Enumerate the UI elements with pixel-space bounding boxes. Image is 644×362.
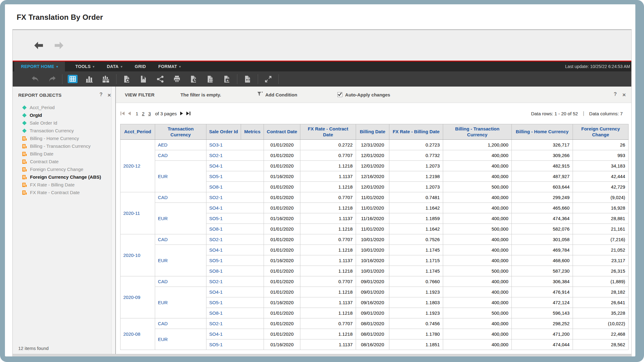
column-header-fx-rate-billing-date[interactable]: FX Rate - Billing Date [389,124,443,140]
cell-transaction-currency[interactable]: CAD [155,234,206,245]
column-header-contract-date[interactable]: Contract Date [264,124,300,140]
undo-icon[interactable] [27,74,44,85]
cell-foreign-currency-change: (9,024) [573,192,629,203]
cell-transaction-currency[interactable]: CAD [155,276,206,287]
report-object-billing-date[interactable]: Billing Date [22,150,115,158]
help-icon[interactable]: ? [100,92,103,98]
export-pdf-icon[interactable]: A [218,74,235,85]
report-details-icon[interactable]: ? [239,74,256,85]
cell-sale-order-id[interactable]: SO2-1 [206,234,264,245]
first-page-icon[interactable] [120,111,125,116]
cell-acct-period[interactable]: 2020-09 [121,276,155,318]
report-object-fx-rate-billing-date[interactable]: FX Rate - Billing Date [22,181,115,189]
cell-sale-order-id[interactable]: SO4-1 [206,287,264,297]
close-icon[interactable]: × [108,92,111,98]
column-header-metrics[interactable]: Metrics [241,124,264,140]
report-object-label: Billing Date [30,151,53,156]
report-object-sale-order-id[interactable]: Sale Order Id [22,119,115,127]
cell-transaction-currency[interactable]: EUR [155,245,206,276]
next-page-icon[interactable] [180,111,183,116]
cell-acct-period[interactable]: 2020-08 [121,318,155,350]
report-object-transaction-currency[interactable]: Transaction Currency [22,127,115,134]
report-object-fx-rate-contract-date[interactable]: FX Rate - Contract Date [22,189,115,196]
add-condition-button[interactable]: Add Condition [257,92,297,98]
cell-sale-order-id[interactable]: SO8-1 [206,182,264,192]
close-icon[interactable]: × [622,92,626,98]
report-object-foreign-currency-change-abs[interactable]: Foreign Currency Change (ABS) [22,173,115,181]
back-arrow-icon[interactable] [34,41,45,49]
menu-format[interactable]: FORMAT▾ [153,62,186,71]
new-report-icon[interactable] [118,74,135,85]
cell-transaction-currency[interactable]: CAD [155,192,206,203]
panel-scrollbar[interactable] [111,87,115,354]
report-object-billing-transaction-currency[interactable]: Billing - Transaction Currency [22,142,115,150]
report-object-contract-date[interactable]: Contract Date [22,158,115,165]
page-link-2[interactable]: 2 [142,111,144,116]
column-header-sale-order-id[interactable]: Sale Order Id [206,124,241,140]
cell-sale-order-id[interactable]: SO2-1 [206,318,264,329]
cell-sale-order-id[interactable]: SO2-1 [206,192,264,203]
export-excel-icon[interactable] [202,74,218,85]
column-header-billing-date[interactable]: Billing Date [356,124,389,140]
report-object-orgid[interactable]: OrgId [22,111,115,119]
fullscreen-icon[interactable] [260,74,277,85]
page-link-3[interactable]: 3 [148,111,151,116]
cell-sale-order-id[interactable]: SO4-1 [206,245,264,255]
graph-view-icon[interactable] [81,74,98,85]
report-object-acct-period[interactable]: Acct_Period [22,104,115,111]
horizontal-scrollbar[interactable] [13,354,631,356]
report-object-billing-home-currency[interactable]: Billing - Home Currency [22,134,115,142]
menu-data[interactable]: DATA▾ [102,62,127,71]
auto-apply-checkbox[interactable]: Auto-Apply changes [337,92,390,97]
cell-transaction-currency[interactable]: AED [155,140,206,150]
cell-billing-transaction-currency: 500,000 [443,308,512,318]
cell-acct-period[interactable]: 2020-11 [121,192,155,234]
column-header-transaction-currency[interactable]: Transaction Currency [155,124,206,140]
cell-contract-date: 01/01/2020 [264,140,300,150]
cell-sale-order-id[interactable]: SO5-1 [206,171,264,182]
cell-acct-period[interactable]: 2020-10 [121,234,155,276]
cell-sale-order-id[interactable]: SO2-1 [206,150,264,161]
previous-page-icon[interactable] [128,111,131,116]
cell-transaction-currency[interactable]: CAD [155,150,206,161]
menu-grid[interactable]: GRID [130,62,151,71]
cell-sale-order-id[interactable]: SO4-1 [206,203,264,213]
cell-sale-order-id[interactable]: SO4-1 [206,161,264,171]
cell-sale-order-id[interactable]: SO8-1 [206,224,264,234]
cell-transaction-currency[interactable]: EUR [155,161,206,192]
column-header-fx-rate-contract-date[interactable]: FX Rate - Contract Date [300,124,356,140]
cell-foreign-currency-change: 21,161 [573,224,629,234]
cell-acct-period[interactable]: 2020-12 [121,140,155,192]
cell-transaction-currency[interactable]: EUR [155,329,206,350]
share-icon[interactable] [152,74,168,85]
cell-sale-order-id[interactable]: SO2-1 [206,276,264,287]
last-page-icon[interactable] [186,111,191,116]
forward-arrow-icon[interactable] [53,41,64,49]
menu-report-home[interactable]: REPORT HOME▾ [14,62,65,71]
grid-view-icon[interactable] [64,74,81,85]
cell-sale-order-id[interactable]: SO5-1 [206,255,264,266]
grid-graph-view-icon[interactable] [98,74,114,85]
cell-transaction-currency[interactable]: EUR [155,287,206,318]
menu-tools[interactable]: TOOLS▾ [70,62,100,71]
export-schedule-icon[interactable] [185,74,202,85]
cell-sale-order-id[interactable]: SO5-1 [206,297,264,308]
cell-sale-order-id[interactable]: SO8-1 [206,308,264,318]
cell-sale-order-id[interactable]: SO8-1 [206,266,264,276]
report-object-foreign-currency-change[interactable]: Foreign Currency Change [22,165,115,173]
help-icon[interactable]: ? [614,92,617,98]
column-header-billing-home-currency[interactable]: Billing - Home Currency [512,124,573,140]
column-header-billing-transaction-currency[interactable]: Billing - Transaction Currency [443,124,512,140]
cell-transaction-currency[interactable]: EUR [155,203,206,234]
column-header-acct-period[interactable]: Acct_Period [121,124,155,140]
column-header-foreign-currency-change[interactable]: Foreign Currency Change [573,124,629,140]
cell-sale-order-id[interactable]: SO4-1 [206,329,264,339]
pages-count-text: of 3 pages [155,111,177,116]
print-icon[interactable] [168,74,185,85]
bookmark-icon[interactable] [135,74,152,85]
cell-transaction-currency[interactable]: CAD [155,318,206,329]
redo-icon[interactable] [44,74,60,85]
cell-sale-order-id[interactable]: SO5-1 [206,213,264,224]
cell-sale-order-id[interactable]: SO3-1 [206,140,264,150]
cell-sale-order-id[interactable]: SO5-1 [206,339,264,350]
